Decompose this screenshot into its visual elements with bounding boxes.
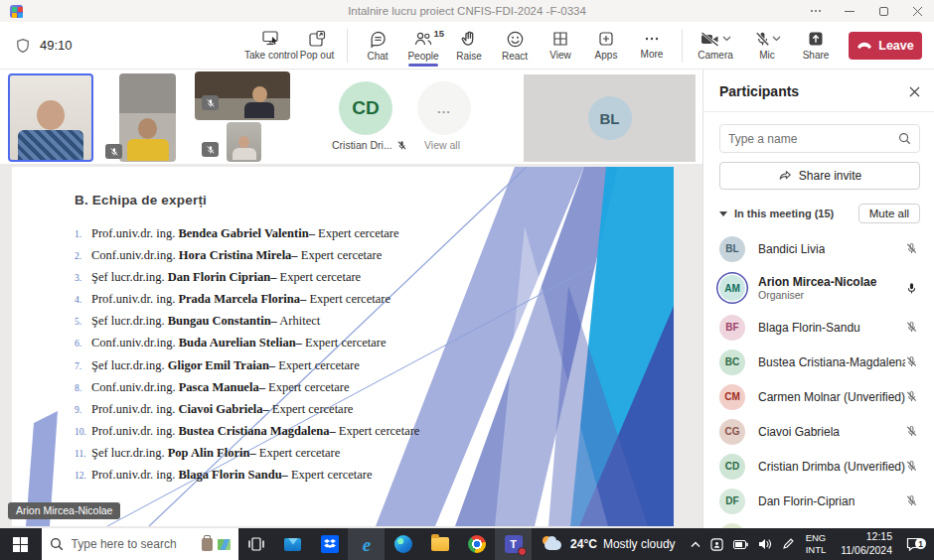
view-all-button[interactable]: ... xyxy=(417,81,471,135)
chevron-down-icon[interactable] xyxy=(722,36,731,42)
camera-button[interactable]: Camera xyxy=(690,24,741,68)
raise-hand-button[interactable]: Raise xyxy=(446,24,492,68)
participant-avatar: CG xyxy=(719,419,745,445)
chrome-icon xyxy=(468,535,486,553)
item-number: 4. xyxy=(75,295,91,305)
expert-list-item: 1.Prof.univ.dr. ing. Bendea Gabriel Vale… xyxy=(75,226,419,248)
windows-taskbar: e T 24°CMostly cloudy xyxy=(0,528,934,560)
map-icon xyxy=(218,539,231,550)
chevron-down-icon[interactable] xyxy=(772,36,781,42)
mic-muted-icon xyxy=(396,140,407,151)
take-control-button[interactable]: Take control xyxy=(248,24,294,68)
tray-battery-icon[interactable] xyxy=(728,540,753,549)
participant-row[interactable]: CD Cristian Drimba (Unverified) xyxy=(703,449,934,484)
more-button[interactable]: More xyxy=(629,24,675,68)
expert-list-item: 7.Şef lucr.dr.ing. Gligor Emil Traian– E… xyxy=(75,358,419,380)
share-screen-icon xyxy=(807,30,825,48)
active-tab-underline xyxy=(408,64,438,67)
ellipsis-icon xyxy=(644,31,660,47)
taskbar-search-input[interactable] xyxy=(72,537,194,551)
participant-row[interactable]: DF Dan Florin-Ciprian xyxy=(703,484,934,518)
leave-button[interactable]: Leave xyxy=(849,32,922,60)
expert-list-item: 5.Şef lucr.dr.ing. Bungau Constantin– Ar… xyxy=(75,314,419,336)
tray-pen-icon[interactable] xyxy=(777,538,799,550)
in-this-meeting-section[interactable]: In this meeting (15) Mute all xyxy=(719,204,920,223)
item-text: Şef lucr.dr.ing. Dan Florin Ciprian– Exp… xyxy=(91,270,361,285)
language-indicator[interactable]: ENG INTL xyxy=(799,532,834,556)
taskbar-search[interactable] xyxy=(42,528,238,560)
item-number: 8. xyxy=(75,383,91,393)
tray-teams-icon[interactable] xyxy=(705,538,728,551)
teams-icon: T xyxy=(505,535,523,553)
people-button[interactable]: 15 People xyxy=(400,24,446,68)
meeting-timer: 49:10 xyxy=(40,38,73,53)
weather-temp: 24°C xyxy=(570,537,597,551)
taskbar-clock[interactable]: 12:15 11/06/2024 xyxy=(833,530,900,557)
video-tile-initials[interactable]: BL xyxy=(524,74,696,162)
taskbar-teams-button[interactable]: T xyxy=(495,528,532,560)
participant-avatar: CM xyxy=(719,384,745,410)
tray-chevron-up[interactable] xyxy=(686,541,705,548)
react-button[interactable]: React xyxy=(492,24,538,68)
item-number: 9. xyxy=(75,405,91,415)
mic-muted-icon xyxy=(905,390,918,403)
mic-muted-icon xyxy=(905,425,918,438)
mail-icon xyxy=(284,538,301,551)
participants-panel: Participants Share invite In this meetin… xyxy=(702,70,934,528)
internet-explorer-icon: e xyxy=(363,535,371,554)
item-text: Prof.univ.dr. ing. Ciavoi Gabriela– Expe… xyxy=(91,402,353,417)
apps-plus-icon xyxy=(597,30,615,48)
dropbox-icon xyxy=(321,535,339,553)
taskbar-chrome-button[interactable] xyxy=(458,528,495,560)
participant-row[interactable]: BL Bandici Livia xyxy=(703,231,934,266)
share-button[interactable]: Share xyxy=(793,24,839,68)
participant-list: BL Bandici Livia AM Arion Mircea-Nicolae… xyxy=(703,231,934,553)
minimize-button[interactable] xyxy=(833,0,866,22)
item-text: Conf.univ.dr.ing. Hora Cristina Mirela– … xyxy=(91,248,382,263)
view-button[interactable]: View xyxy=(538,24,583,68)
pop-out-button[interactable]: Pop out xyxy=(294,24,340,68)
expert-list: 1.Prof.univ.dr. ing. Bendea Gabriel Vale… xyxy=(75,226,419,490)
participant-row[interactable]: BF Blaga Florin-Sandu xyxy=(703,310,934,345)
video-strip: CD Cristian Dri... ... View all BL xyxy=(0,70,702,164)
mic-muted-icon xyxy=(905,242,918,255)
video-tile[interactable] xyxy=(119,73,176,162)
share-invite-button[interactable]: Share invite xyxy=(719,162,920,190)
participant-row[interactable]: CG Ciavoi Gabriela xyxy=(703,414,934,449)
participant-avatar: DF xyxy=(719,489,745,514)
mic-button[interactable]: Mic xyxy=(741,24,793,68)
apps-button[interactable]: Apps xyxy=(583,24,629,68)
video-tile-speaker[interactable] xyxy=(8,73,93,162)
taskbar-explorer-button[interactable] xyxy=(421,528,458,560)
participant-name: Blaga Florin-Sandu xyxy=(758,321,860,335)
participant-video-silhouette xyxy=(232,136,257,162)
titlebar-more-button[interactable] xyxy=(799,0,833,22)
task-view-button[interactable] xyxy=(238,528,275,560)
participant-row[interactable]: CM Carmen Molnar (Unverified) xyxy=(703,379,934,414)
start-button[interactable] xyxy=(0,528,42,560)
action-center-button[interactable]: 1 xyxy=(900,537,930,551)
toolbar-divider xyxy=(682,29,683,63)
raise-hand-icon xyxy=(460,30,478,49)
close-button[interactable] xyxy=(900,0,934,22)
presentation-stage: B. Echipa de experți 1.Prof.univ.dr. ing… xyxy=(0,164,702,528)
mute-all-button[interactable]: Mute all xyxy=(858,204,920,223)
expert-list-item: 8.Conf.univ.dr.ing. Pasca Manuela– Exper… xyxy=(75,380,419,402)
taskbar-dropbox-button[interactable] xyxy=(311,528,348,560)
taskbar-ie-button[interactable]: e xyxy=(348,528,385,560)
participant-search-input[interactable] xyxy=(728,132,898,146)
tray-speaker-icon[interactable] xyxy=(753,538,777,550)
camera-off-icon xyxy=(700,31,721,48)
participant-avatar: AM xyxy=(719,275,745,301)
taskbar-mail-button[interactable] xyxy=(275,528,312,560)
recording-dot xyxy=(518,547,527,556)
panel-close-button[interactable] xyxy=(909,86,920,97)
taskbar-edge-button[interactable] xyxy=(385,528,421,560)
video-tile[interactable] xyxy=(227,122,261,162)
weather-widget[interactable]: 24°CMostly cloudy xyxy=(532,536,686,552)
participant-row[interactable]: AM Arion Mircea-Nicolae Organiser xyxy=(703,266,934,310)
participant-row[interactable]: BC Bustea Cristiana-Magdalena xyxy=(703,345,934,379)
chat-button[interactable]: Chat xyxy=(355,24,400,68)
avatar-cristian[interactable]: CD xyxy=(339,81,392,135)
maximize-button[interactable] xyxy=(866,0,900,22)
